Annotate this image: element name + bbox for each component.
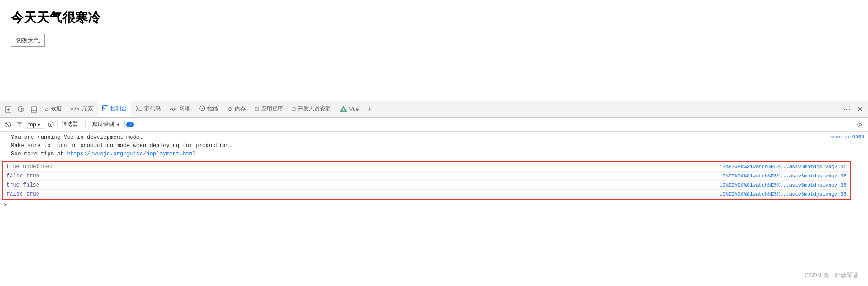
console-toolbar: top ▼ 筛选器 默认级别 ▼ 7 <box>0 118 868 132</box>
inspect-icon-btn[interactable] <box>46 120 55 130</box>
console-output: You are running Vue in development mode.… <box>0 132 868 223</box>
cursor-symbol: > <box>4 202 7 208</box>
highlighted-log-group: true undefined 13%E3%80%81watch%E5%...as… <box>2 161 851 200</box>
tab-welcome-label: 欢迎 <box>51 105 62 113</box>
vue-source-link[interactable]: vue.js:9353 <box>831 133 864 141</box>
tab-performance[interactable]: 性能 <box>195 101 223 118</box>
vue-deployment-link[interactable]: https://vuejs.org/guide/deployment.html <box>67 151 196 157</box>
toolbar-divider <box>85 121 86 128</box>
log-row-3: true false 13%E3%80%81watch%E5%...asav6m… <box>3 181 850 190</box>
log-level-dropdown-icon: ▼ <box>116 122 120 127</box>
tab-performance-label: 性能 <box>207 105 218 113</box>
log-count-badge: 7 <box>126 122 134 127</box>
tab-vue[interactable]: Vue <box>335 101 363 118</box>
toggle-filter-button[interactable] <box>15 120 24 130</box>
svg-rect-7 <box>102 105 108 111</box>
log-content-1: true undefined <box>6 164 53 170</box>
elements-icon: </> <box>71 105 80 112</box>
network-icon <box>170 105 177 112</box>
log-source-2[interactable]: 13%E3%80%81watch%E5%...asav6motdjslvngv:… <box>720 173 846 179</box>
log-val-true-3: true <box>6 182 20 188</box>
tab-devresources-label: 开发人员资源 <box>298 105 331 113</box>
tab-sources[interactable]: 源代码 <box>131 101 165 118</box>
console-icon <box>102 105 108 113</box>
device-toolbar-icon[interactable] <box>15 103 27 116</box>
vue-info-message: You are running Vue in development mode.… <box>0 132 868 160</box>
inspect-element-icon[interactable] <box>2 103 15 116</box>
svg-rect-3 <box>19 107 22 111</box>
tab-network-label: 网络 <box>179 105 190 113</box>
filter-input[interactable]: 筛选器 <box>57 120 82 129</box>
svg-point-12 <box>173 110 174 111</box>
tab-application[interactable]: □ 应用程序 <box>251 101 288 118</box>
close-devtools-button[interactable]: ✕ <box>853 103 866 116</box>
tab-memory-label: 内存 <box>235 105 246 113</box>
tab-sources-label: 源代码 <box>144 105 161 113</box>
tab-console-label: 控制台 <box>110 105 127 113</box>
switch-weather-button[interactable]: 切换天气 <box>11 34 45 47</box>
svg-line-19 <box>6 123 9 126</box>
application-icon: □ <box>255 105 259 112</box>
console-cursor-row: > <box>0 201 868 209</box>
console-settings-button[interactable] <box>855 120 865 130</box>
tab-memory[interactable]: ⊙ 内存 <box>223 101 251 118</box>
log-val-false-2: false <box>6 173 23 179</box>
svg-point-26 <box>859 123 862 126</box>
performance-icon <box>199 105 205 113</box>
svg-line-15 <box>202 108 203 109</box>
log-val-true-4: true <box>26 191 39 198</box>
log-row-4: false true 13%E3%80%81watch%E5%...asav6m… <box>3 190 850 199</box>
log-content-2: false true <box>6 173 39 179</box>
context-selector[interactable]: top ▼ <box>26 121 44 129</box>
devresources-icon: □ <box>292 105 296 112</box>
log-level-label: 默认级别 <box>92 121 114 128</box>
svg-point-27 <box>857 122 863 127</box>
log-source-3[interactable]: 13%E3%80%81watch%E5%...asav6motdjslvngv:… <box>720 182 846 188</box>
page-content: 今天天气很寒冷 切换天气 <box>0 0 868 101</box>
devtools-tab-bar: ⌂ 欢迎 </> 元素 控制台 源代码 网络 <box>0 101 868 118</box>
dock-icon[interactable] <box>27 103 40 116</box>
log-val-true-1: true <box>6 164 20 170</box>
log-val-false-3: false <box>23 182 39 188</box>
vue-info-line2: Make sure to turn on production mode whe… <box>11 142 826 150</box>
sources-icon <box>136 105 142 113</box>
vue-logo-icon <box>340 106 347 112</box>
tab-console[interactable]: 控制台 <box>98 101 131 118</box>
home-icon: ⌂ <box>45 105 49 112</box>
context-dropdown-icon: ▼ <box>37 122 41 127</box>
add-tab-button[interactable]: + <box>363 103 376 116</box>
tab-vue-label: Vue <box>349 106 359 112</box>
tab-welcome[interactable]: ⌂ 欢迎 <box>40 101 66 118</box>
clear-console-button[interactable] <box>3 120 13 130</box>
memory-icon: ⊙ <box>228 105 233 112</box>
context-label: top <box>28 121 36 128</box>
page-title: 今天天气很寒冷 <box>11 9 857 27</box>
log-source-1[interactable]: 13%E3%80%81watch%E5%...asav6motdjslvngv:… <box>720 164 846 170</box>
log-val-false-4: false <box>6 191 23 198</box>
tab-application-label: 应用程序 <box>261 105 283 113</box>
log-val-undefined-1: undefined <box>23 164 53 170</box>
filter-label: 筛选器 <box>61 121 78 128</box>
vue-info-line1: You are running Vue in development mode. <box>11 133 826 142</box>
devtools-panel: ⌂ 欢迎 </> 元素 控制台 源代码 网络 <box>0 101 868 223</box>
tab-elements[interactable]: </> 元素 <box>66 101 98 118</box>
more-tabs-button[interactable]: ⋯ <box>841 103 853 116</box>
log-content-3: true false <box>6 182 39 188</box>
log-content-4: false true <box>6 191 39 198</box>
log-source-4[interactable]: 13%E3%80%81watch%E5%...asav6motdjslvngv:… <box>720 192 846 197</box>
tab-elements-label: 元素 <box>82 105 93 113</box>
log-row-2: false true 13%E3%80%81watch%E5%...asav6m… <box>3 171 850 181</box>
tab-network[interactable]: 网络 <box>165 101 195 118</box>
svg-rect-5 <box>31 107 37 112</box>
vue-info-line3: See more tips at https://vuejs.org/guide… <box>11 150 826 158</box>
csdn-watermark: CSDN @一叶飘零晋 <box>804 271 859 280</box>
log-val-true-2: true <box>26 173 39 179</box>
log-level-selector[interactable]: 默认级别 ▼ <box>89 120 125 129</box>
tab-devresources[interactable]: □ 开发人员资源 <box>288 101 336 118</box>
log-row-1: true undefined 13%E3%80%81watch%E5%...as… <box>3 162 850 171</box>
